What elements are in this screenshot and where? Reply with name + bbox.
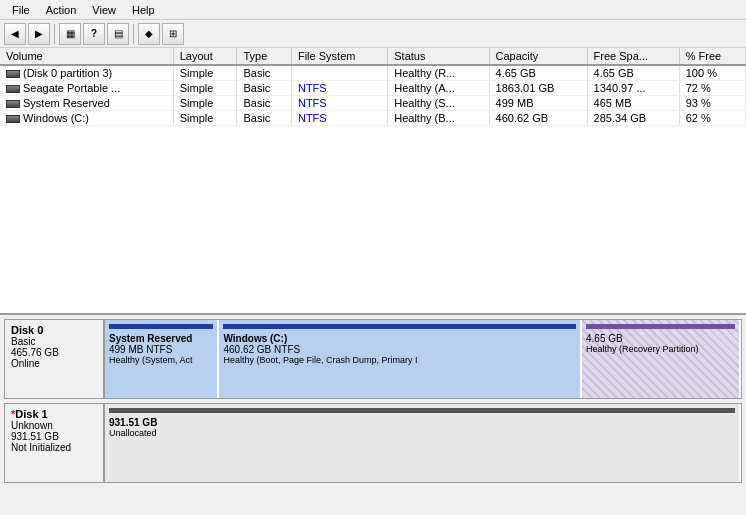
- col-capacity: Capacity: [489, 48, 587, 65]
- help-button[interactable]: ?: [83, 23, 105, 45]
- disk-row-disk1: *Disk 1Unknown931.51 GBNot Initialized93…: [4, 403, 742, 483]
- cell-status: Healthy (R...: [388, 65, 489, 81]
- cell-freespace: 465 MB: [587, 96, 679, 111]
- partition-status-disk0-1: Healthy (Boot, Page File, Crash Dump, Pr…: [223, 355, 576, 365]
- disk-icon: [6, 70, 20, 78]
- open-button[interactable]: ▤: [107, 23, 129, 45]
- disk-partitions-disk1: 931.51 GBUnallocated: [104, 403, 742, 483]
- cell-layout: Simple: [173, 81, 237, 96]
- disk-name-disk0: Disk 0: [11, 324, 97, 336]
- table-row[interactable]: System ReservedSimpleBasicNTFSHealthy (S…: [0, 96, 746, 111]
- cell-volume: Seagate Portable ...: [0, 81, 173, 96]
- partition-size-disk0-0: 499 MB NTFS: [109, 344, 213, 355]
- cell-capacity: 460.62 GB: [489, 111, 587, 126]
- cell-filesystem: NTFS: [291, 111, 387, 126]
- cell-layout: Simple: [173, 111, 237, 126]
- cell-volume: System Reserved: [0, 96, 173, 111]
- cell-type: Basic: [237, 65, 292, 81]
- cell-freespace: 4.65 GB: [587, 65, 679, 81]
- disk-icon: [6, 85, 20, 93]
- col-type: Type: [237, 48, 292, 65]
- disk-status-disk1: Not Initialized: [11, 442, 97, 453]
- volume-table-container[interactable]: Volume Layout Type File System Status Ca…: [0, 48, 746, 315]
- partition-disk0-0[interactable]: System Reserved499 MB NTFSHealthy (Syste…: [105, 320, 219, 398]
- menu-file[interactable]: File: [4, 2, 38, 18]
- partition-name-disk1-0: 931.51 GB: [109, 417, 735, 428]
- partition-name-disk0-1: Windows (C:): [223, 333, 576, 344]
- partition-status-disk0-2: Healthy (Recovery Partition): [586, 344, 735, 354]
- cell-type: Basic: [237, 81, 292, 96]
- menu-view[interactable]: View: [84, 2, 124, 18]
- cell-status: Healthy (S...: [388, 96, 489, 111]
- cell-volume: Windows (C:): [0, 111, 173, 126]
- cell-capacity: 4.65 GB: [489, 65, 587, 81]
- col-freespace: Free Spa...: [587, 48, 679, 65]
- cell-status: Healthy (A...: [388, 81, 489, 96]
- partition-size-disk0-2: 4.65 GB: [586, 333, 735, 344]
- forward-button[interactable]: ▶: [28, 23, 50, 45]
- disk-size-disk0: 465.76 GB: [11, 347, 97, 358]
- refresh-button[interactable]: ⊞: [162, 23, 184, 45]
- cell-filesystem: [291, 65, 387, 81]
- partition-disk0-2[interactable]: 4.65 GBHealthy (Recovery Partition): [582, 320, 741, 398]
- menu-help[interactable]: Help: [124, 2, 163, 18]
- main-area: Volume Layout Type File System Status Ca…: [0, 48, 746, 515]
- partition-disk1-0[interactable]: 931.51 GBUnallocated: [105, 404, 741, 482]
- disk-partitions-disk0: System Reserved499 MB NTFSHealthy (Syste…: [104, 319, 742, 399]
- disk-type-disk0: Basic: [11, 336, 97, 347]
- cell-status: Healthy (B...: [388, 111, 489, 126]
- cell-freespace: 285.34 GB: [587, 111, 679, 126]
- disk-status-disk0: Online: [11, 358, 97, 369]
- disk-label-disk0: Disk 0Basic465.76 GBOnline: [4, 319, 104, 399]
- menu-action[interactable]: Action: [38, 2, 85, 18]
- partition-header-disk1-0: [109, 408, 735, 413]
- disk-label-disk1: *Disk 1Unknown931.51 GBNot Initialized: [4, 403, 104, 483]
- table-row[interactable]: Seagate Portable ...SimpleBasicNTFSHealt…: [0, 81, 746, 96]
- cell-percentfree: 62 %: [679, 111, 745, 126]
- table-row[interactable]: Windows (C:)SimpleBasicNTFSHealthy (B...…: [0, 111, 746, 126]
- col-layout: Layout: [173, 48, 237, 65]
- cell-percentfree: 72 %: [679, 81, 745, 96]
- cell-capacity: 1863.01 GB: [489, 81, 587, 96]
- cell-capacity: 499 MB: [489, 96, 587, 111]
- cell-filesystem: NTFS: [291, 81, 387, 96]
- cell-layout: Simple: [173, 65, 237, 81]
- table-row[interactable]: (Disk 0 partition 3)SimpleBasicHealthy (…: [0, 65, 746, 81]
- cell-percentfree: 93 %: [679, 96, 745, 111]
- cell-volume: (Disk 0 partition 3): [0, 65, 173, 81]
- disk-icon: [6, 100, 20, 108]
- partition-header-disk0-0: [109, 324, 213, 329]
- partition-status-disk1-0: Unallocated: [109, 428, 735, 438]
- snap-button[interactable]: ▦: [59, 23, 81, 45]
- toolbar: ◀ ▶ ▦ ? ▤ ◆ ⊞: [0, 20, 746, 48]
- partition-header-disk0-1: [223, 324, 576, 329]
- menu-bar: File Action View Help: [0, 0, 746, 20]
- disk-row-disk0: Disk 0Basic465.76 GBOnlineSystem Reserve…: [4, 319, 742, 399]
- disk-view: Disk 0Basic465.76 GBOnlineSystem Reserve…: [0, 315, 746, 515]
- partition-header-disk0-2: [586, 324, 735, 329]
- disk-icon: [6, 115, 20, 123]
- cell-filesystem: NTFS: [291, 96, 387, 111]
- partition-status-disk0-0: Healthy (System, Act: [109, 355, 213, 365]
- cell-freespace: 1340.97 ...: [587, 81, 679, 96]
- volume-table: Volume Layout Type File System Status Ca…: [0, 48, 746, 126]
- disk-size-disk1: 931.51 GB: [11, 431, 97, 442]
- back-button[interactable]: ◀: [4, 23, 26, 45]
- col-filesystem: File System: [291, 48, 387, 65]
- partition-name-disk0-0: System Reserved: [109, 333, 213, 344]
- toolbar-separator-1: [54, 24, 55, 44]
- col-status: Status: [388, 48, 489, 65]
- table-header-row: Volume Layout Type File System Status Ca…: [0, 48, 746, 65]
- cell-type: Basic: [237, 96, 292, 111]
- cell-layout: Simple: [173, 96, 237, 111]
- cell-percentfree: 100 %: [679, 65, 745, 81]
- nav-button[interactable]: ◆: [138, 23, 160, 45]
- disk-name-disk1: *Disk 1: [11, 408, 97, 420]
- cell-type: Basic: [237, 111, 292, 126]
- toolbar-separator-2: [133, 24, 134, 44]
- partition-size-disk0-1: 460.62 GB NTFS: [223, 344, 576, 355]
- col-volume: Volume: [0, 48, 173, 65]
- col-percentfree: % Free: [679, 48, 745, 65]
- partition-disk0-1[interactable]: Windows (C:)460.62 GB NTFSHealthy (Boot,…: [219, 320, 582, 398]
- disk-type-disk1: Unknown: [11, 420, 97, 431]
